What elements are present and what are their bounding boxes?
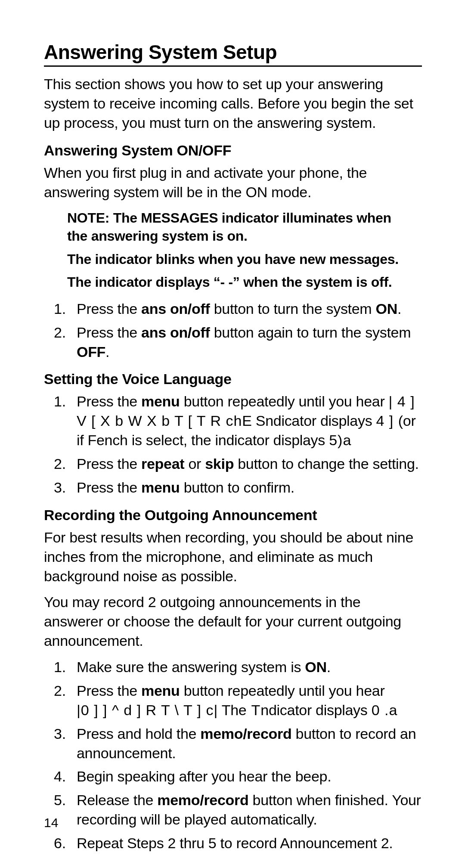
recording-step-4: Begin speaking after you hear the beep. bbox=[70, 767, 422, 786]
recording-steps: Make sure the answering system is ON. Pr… bbox=[44, 657, 422, 853]
intro-paragraph: This section shows you how to set up you… bbox=[44, 74, 422, 133]
recording-step-5: Release the memo/record button when fini… bbox=[70, 790, 422, 829]
manual-page: Answering System Setup This section show… bbox=[0, 0, 465, 868]
note-block: NOTE: The MESSAGES indicator illuminates… bbox=[67, 209, 422, 291]
section-heading-onoff: Answering System ON/OFF bbox=[44, 142, 422, 159]
language-steps: Press the menu button repeatedly until y… bbox=[44, 392, 422, 497]
recording-step-3: Press and hold the memo/record button to… bbox=[70, 724, 422, 763]
page-title: Answering System Setup bbox=[44, 40, 422, 67]
onoff-step-1: Press the ans on/off button to turn the … bbox=[70, 299, 422, 319]
recording-body-1: For best results when recording, you sho… bbox=[44, 528, 422, 586]
page-number: 14 bbox=[44, 815, 58, 830]
note-line-3: The indicator displays “- -” when the sy… bbox=[67, 273, 413, 291]
onoff-body: When you first plug in and activate your… bbox=[44, 163, 422, 202]
section-heading-language: Setting the Voice Language bbox=[44, 371, 422, 388]
onoff-step-2: Press the ans on/off button again to tur… bbox=[70, 323, 422, 362]
recording-step-6: Repeat Steps 2 thru 5 to record Announce… bbox=[70, 834, 422, 853]
language-step-2: Press the repeat or skip button to chang… bbox=[70, 454, 422, 474]
recording-step-2: Press the menu button repeatedly until y… bbox=[70, 681, 422, 720]
note-line-2: The indicator blinks when you have new m… bbox=[67, 251, 413, 269]
section-heading-recording: Recording the Outgoing Announcement bbox=[44, 507, 422, 524]
note-line-1: NOTE: The MESSAGES indicator illuminates… bbox=[67, 209, 413, 245]
onoff-steps: Press the ans on/off button to turn the … bbox=[44, 299, 422, 362]
recording-step-1: Make sure the answering system is ON. bbox=[70, 657, 422, 677]
language-step-3: Press the menu button to confirm. bbox=[70, 478, 422, 497]
recording-body-2: You may record 2 outgoing announcements … bbox=[44, 592, 422, 651]
language-step-1: Press the menu button repeatedly until y… bbox=[70, 392, 422, 450]
